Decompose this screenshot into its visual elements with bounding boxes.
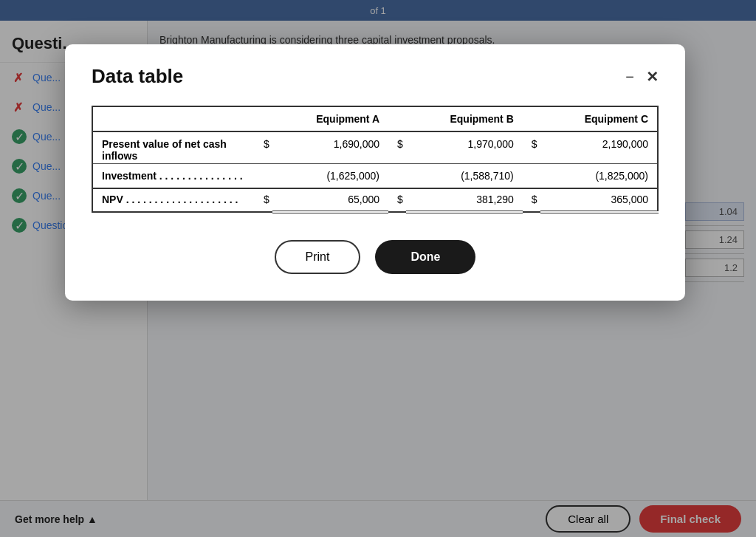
row-value-a-inv: (1,625,000) bbox=[272, 164, 388, 189]
row-label-npv: NPV . . . . . . . . . . . . . . . . . . … bbox=[92, 188, 255, 212]
modal-buttons: Print Done bbox=[92, 240, 659, 274]
equipment-table: Equipment A Equipment B Equipment C Pres… bbox=[92, 106, 659, 213]
data-table-modal: Data table − ✕ Equipment A Equipment B E… bbox=[65, 44, 685, 301]
row-dollar-c-inv bbox=[523, 164, 540, 189]
row-label-present-value: Present value of net cashinflows bbox=[92, 131, 255, 164]
col-header-equip-b: Equipment B bbox=[406, 106, 523, 131]
row-dollar-b-inv bbox=[388, 164, 406, 189]
row-dollar-c-pv: $ bbox=[523, 131, 540, 164]
table-row-npv: NPV . . . . . . . . . . . . . . . . . . … bbox=[92, 188, 658, 212]
modal-title: Data table bbox=[92, 65, 183, 88]
col-header-equip-a: Equipment A bbox=[272, 106, 388, 131]
col-header-dollar-a bbox=[255, 106, 272, 131]
table-row-present-value: Present value of net cashinflows $ 1,690… bbox=[92, 131, 658, 164]
row-dollar-c-npv: $ bbox=[523, 188, 540, 212]
modal-controls: − ✕ bbox=[625, 68, 659, 86]
row-dollar-a-pv: $ bbox=[255, 131, 272, 164]
row-dollar-b-pv: $ bbox=[388, 131, 406, 164]
row-value-b-inv: (1,588,710) bbox=[406, 164, 523, 189]
row-value-a-pv: 1,690,000 bbox=[272, 131, 388, 164]
modal-minimize-button[interactable]: − bbox=[625, 69, 634, 84]
row-dollar-b-npv: $ bbox=[388, 188, 406, 212]
print-button[interactable]: Print bbox=[275, 240, 361, 274]
row-value-b-pv: 1,970,000 bbox=[406, 131, 523, 164]
table-header-row: Equipment A Equipment B Equipment C bbox=[92, 106, 658, 131]
row-value-c-pv: 2,190,000 bbox=[540, 131, 658, 164]
row-value-b-npv: 381,290 bbox=[406, 188, 523, 212]
col-header-dollar-c bbox=[523, 106, 540, 131]
row-dollar-a-npv: $ bbox=[255, 188, 272, 212]
col-header-dollar-b bbox=[388, 106, 406, 131]
row-label-investment: Investment . . . . . . . . . . . . . . . bbox=[92, 164, 255, 189]
row-value-a-npv: 65,000 bbox=[272, 188, 388, 212]
modal-close-button[interactable]: ✕ bbox=[646, 68, 659, 86]
modal-header: Data table − ✕ bbox=[92, 65, 659, 88]
table-row-investment: Investment . . . . . . . . . . . . . . .… bbox=[92, 164, 658, 189]
row-value-c-npv: 365,000 bbox=[540, 188, 658, 212]
row-dollar-a-inv bbox=[255, 164, 272, 189]
col-header-label bbox=[92, 106, 255, 131]
row-value-c-inv: (1,825,000) bbox=[540, 164, 658, 189]
col-header-equip-c: Equipment C bbox=[540, 106, 658, 131]
done-button[interactable]: Done bbox=[375, 240, 475, 274]
